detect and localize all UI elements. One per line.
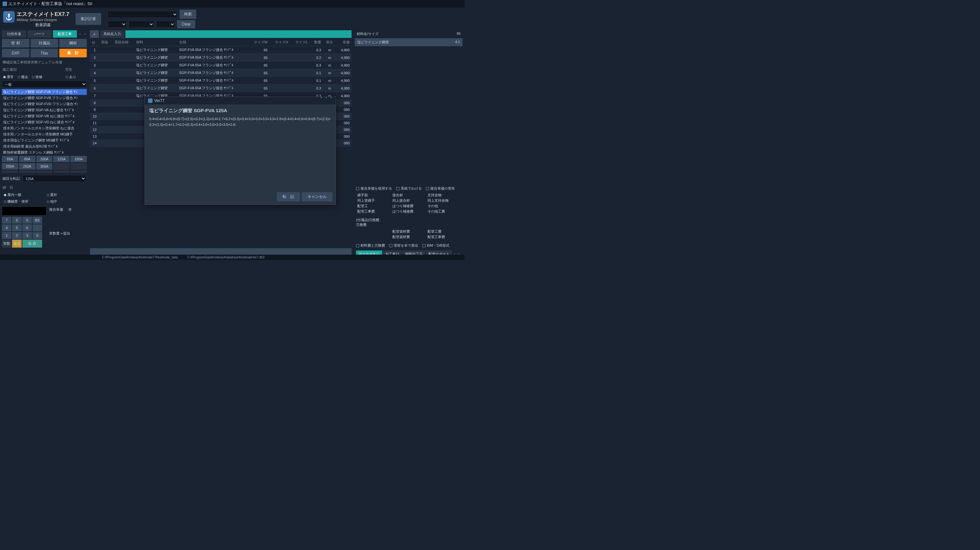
transfer-button[interactable]: 転 記	[277, 192, 300, 201]
radio-remove[interactable]: 撤去	[16, 74, 29, 80]
col-h[interactable]: サイズH	[270, 38, 290, 46]
keypad-key[interactable]: 6	[22, 224, 32, 231]
table-row[interactable]: 2塩ビライニング鋼管SGP-FVA 65A フランジ接合 ｻﾝﾌﾟﾙ650.2m…	[90, 54, 352, 62]
keypad-key[interactable]: 5	[12, 224, 22, 231]
loc-outdoor[interactable]: 屋外	[45, 192, 86, 198]
keypad-key[interactable]: .	[33, 224, 42, 231]
material-item[interactable]: 断熱材被覆鋼管 ステンレス鋼板 ｻﾝﾌﾟﾙ	[2, 149, 87, 155]
cancel-button[interactable]: キャンセル	[302, 192, 332, 201]
col-sys[interactable]: 系統名称	[113, 38, 134, 46]
material-item[interactable]: 塩ビライニング鋼管 SGP-FVD フランジ接合 ｻﾝ	[2, 101, 87, 107]
filter-3[interactable]	[156, 21, 175, 28]
keypad-key[interactable]: 2	[12, 232, 22, 239]
col-l[interactable]: サイズL	[290, 38, 310, 46]
chk-bm-db[interactable]: B/M・D/B形式	[422, 243, 450, 248]
col-spec[interactable]: 仕様	[177, 38, 248, 46]
chk-use-composite[interactable]: 複合単価を使用する	[356, 186, 392, 191]
radio-paint-yes[interactable]: あり	[64, 74, 78, 80]
table-row[interactable]: 4塩ビライニング鋼管SGP-FVA 65A フランジ接合 ｻﾝﾌﾟﾙ650.1m…	[90, 69, 352, 77]
material-list[interactable]: 塩ビライニング鋼管 SGP-FVA フランジ接合 ｻﾝ塩ビライニング鋼管 SGP…	[2, 89, 87, 155]
dialog-menu-icon[interactable]: • • •	[321, 96, 333, 100]
key-submit[interactable]: 提出	[12, 239, 22, 247]
table-row[interactable]: 5塩ビライニング鋼管SGP-FVA 65A フランジ接合 ｻﾝﾌﾟﾙ650.1m…	[90, 77, 352, 84]
col-w[interactable]: サイズW	[248, 38, 270, 46]
material-item[interactable]: 塩ビライニング鋼管 SGP-FVA フランジ接合 ｻﾝ	[2, 89, 87, 95]
loc-indoor[interactable]: 屋内一般	[3, 192, 43, 198]
size-button[interactable]	[70, 171, 87, 173]
keypad-key[interactable]: 1	[2, 232, 11, 239]
col-qty[interactable]: 数量	[310, 38, 323, 46]
steel-button[interactable]: 鋼材	[59, 39, 87, 48]
chk-mat-labor[interactable]: 材料費と労務費	[356, 243, 385, 248]
tfas-button[interactable]: Tfas	[30, 49, 58, 57]
chk-composite-pipe[interactable]: 複合単価の管単	[426, 186, 455, 191]
size-button[interactable]: 80A	[19, 156, 35, 162]
accessory-button[interactable]: 付属品	[30, 39, 58, 48]
tab-prev-icon[interactable]: ‹	[78, 32, 82, 36]
tab-piping[interactable]: 配管工事	[53, 30, 77, 38]
size-button[interactable]	[2, 171, 18, 173]
tab-next-icon[interactable]: ›	[83, 32, 87, 36]
material-item[interactable]: 塩ビライニング鋼管 SGP-VA ねじ接合 ｻﾝﾌﾟﾙ	[2, 107, 87, 113]
dxf-button[interactable]: DXF	[2, 49, 29, 57]
loc-underground[interactable]: 地中	[45, 198, 86, 204]
key-real[interactable]: 実数	[2, 239, 11, 247]
keypad-key[interactable]: 3	[22, 232, 32, 239]
keypad-key[interactable]: 9	[22, 217, 32, 224]
pipe-button[interactable]: 管 材	[2, 39, 29, 48]
chk-split-system[interactable]: 系統でわける	[396, 186, 422, 191]
size-button[interactable]: 150A	[70, 156, 87, 162]
size-button[interactable]	[70, 163, 87, 170]
radio-normal[interactable]: 通常	[2, 74, 15, 80]
col-price[interactable]: 単価	[336, 38, 352, 46]
tab-spec-price[interactable]: 仕様単価	[2, 30, 26, 38]
material-item[interactable]: 排水用鋳鉄管 差込み形RJ管 ｻﾝﾌﾟﾙ	[2, 143, 87, 149]
system-name-input[interactable]	[126, 30, 352, 38]
material-item[interactable]: 排水用ノンタールエポキシ塗装鋼管 ねじ接合	[2, 125, 87, 131]
table-row[interactable]: 6塩ビライニング鋼管SGP-FVA 65A フランジ接合 ｻﾝﾌﾟﾙ650.3m…	[90, 84, 352, 92]
sum-button[interactable]: 集 計	[59, 49, 87, 57]
size-button[interactable]	[19, 171, 35, 173]
dialog-titlebar[interactable]: Ver77	[145, 97, 336, 105]
search-button[interactable]: 検索	[180, 10, 196, 19]
material-item[interactable]: 排水用ノンタールエポキシ塗装鋼管 MD継手	[2, 131, 87, 137]
size-button[interactable]: 65A	[2, 156, 18, 162]
keypad-key[interactable]: 8	[12, 217, 22, 224]
detail-size-select[interactable]: 125A	[23, 175, 86, 182]
search-select-1[interactable]	[108, 11, 178, 18]
col-mat[interactable]: 材料	[134, 38, 177, 46]
key-multi[interactable]: 複 数	[22, 239, 42, 247]
filter-2[interactable]	[129, 21, 154, 28]
clear-button[interactable]: Clear	[177, 20, 195, 29]
col-use[interactable]: 用途	[99, 38, 112, 46]
size-button[interactable]: 300A	[37, 163, 52, 170]
material-item[interactable]: 排水用塩ビライニング鋼管 MD継手 ｻﾝﾌﾟﾙ	[2, 137, 87, 143]
col-id[interactable]: Id	[90, 38, 99, 46]
dialog-formula[interactable]: 0.4+0.4+0.6+0.8+(0.7)+(2.5)+0.3+(1.0)+0.…	[149, 116, 331, 127]
add-row-button[interactable]: +	[90, 30, 99, 38]
tab-parts[interactable]: パーツ	[27, 30, 52, 38]
keypad-key[interactable]: 4	[2, 224, 11, 231]
size-button[interactable]: 200A	[2, 163, 18, 170]
keypad-key[interactable]: BS	[33, 217, 42, 224]
size-button[interactable]: 100A	[37, 156, 52, 162]
material-item[interactable]: 塩ビライニング鋼管 SGP-FVB フランジ接合 ｻﾝ	[2, 95, 87, 101]
size-button[interactable]	[53, 171, 70, 173]
table-row[interactable]: 1塩ビライニング鋼管SGP-FVA 65A フランジ接合 ｻﾝﾌﾟﾙ650.3m…	[90, 46, 352, 54]
aggregate-button[interactable]: 集計計算	[76, 13, 101, 25]
radio-repair[interactable]: 改修	[30, 74, 44, 80]
size-button[interactable]	[53, 163, 70, 170]
loc-machine[interactable]: 機械室・便所	[3, 198, 43, 204]
material-item[interactable]: 塩ビライニング鋼管 SGP-VB ねじ接合 ｻﾝﾌﾟﾙ	[2, 113, 87, 119]
material-item[interactable]: 塩ビライニング鋼管 SGP-VD ねじ接合 ｻﾝﾌﾟﾙ	[2, 119, 87, 125]
size-button[interactable]: 125A	[53, 156, 70, 162]
table-row[interactable]: 3塩ビライニング鋼管SGP-FVA 65A フランジ接合 ｻﾝﾌﾟﾙ650.3m…	[90, 62, 352, 69]
keypad-key[interactable]: 0	[33, 232, 42, 239]
category-select[interactable]: 一般	[2, 81, 87, 88]
filter-1[interactable]	[108, 21, 127, 28]
chk-pipe-hon[interactable]: 管材を本で算出	[389, 243, 418, 248]
col-unit[interactable]: 単位	[323, 38, 336, 46]
size-button[interactable]	[37, 171, 52, 173]
size-button[interactable]: 250A	[19, 163, 35, 170]
keypad-key[interactable]: 7	[2, 217, 11, 224]
